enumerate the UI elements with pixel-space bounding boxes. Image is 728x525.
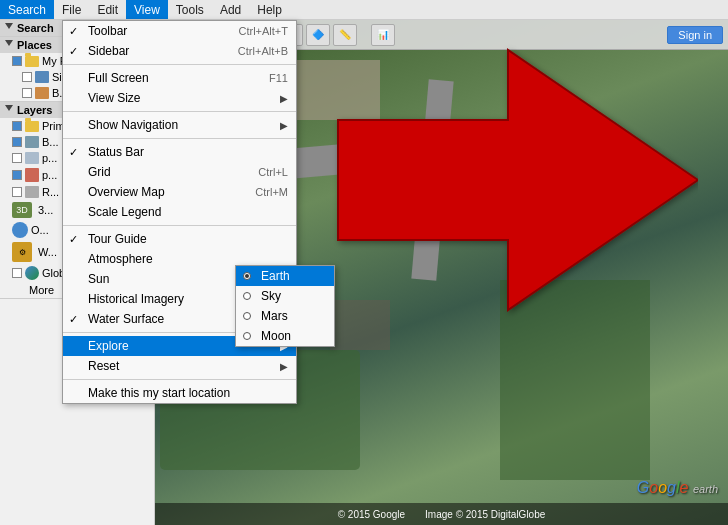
p2-icon	[25, 168, 39, 182]
menu-item-shownavigation[interactable]: Show Navigation ▶	[63, 115, 296, 135]
menu-item-startlocation[interactable]: Make this my start location	[63, 383, 296, 403]
menubar: Search File Edit View Tools Add Help	[0, 0, 728, 20]
layers-triangle-icon	[5, 105, 13, 115]
menu-tools[interactable]: Tools	[168, 0, 212, 19]
shownav-arrow-icon: ▶	[280, 120, 288, 131]
submenu-item-sky[interactable]: Sky	[236, 286, 334, 306]
prim-folder-icon	[25, 121, 39, 132]
menu-item-statusbar[interactable]: ✓ Status Bar	[63, 142, 296, 162]
r-icon	[25, 186, 39, 198]
b-checkbox[interactable]	[22, 88, 32, 98]
menu-divider-6	[63, 379, 296, 380]
menu-item-scalelegend[interactable]: Scale Legend	[63, 202, 296, 222]
menu-divider-1	[63, 64, 296, 65]
menu-help[interactable]: Help	[249, 0, 290, 19]
sky-radio-icon	[243, 292, 251, 300]
viewsize-arrow-icon: ▶	[280, 93, 288, 104]
copyright-bar: © 2015 Google Image © 2015 DigitalGlobe	[155, 503, 728, 525]
menu-add[interactable]: Add	[212, 0, 249, 19]
map-circle	[350, 200, 380, 230]
mars-radio-icon	[243, 312, 251, 320]
menu-item-grid[interactable]: Grid Ctrl+L	[63, 162, 296, 182]
b-icon	[35, 87, 49, 99]
earth-radio-icon	[243, 272, 251, 280]
si-icon	[35, 71, 49, 83]
menu-divider-3	[63, 138, 296, 139]
submenu-item-moon[interactable]: Moon	[236, 326, 334, 346]
menu-divider-2	[63, 111, 296, 112]
submenu-item-earth[interactable]: Earth	[236, 266, 334, 286]
p1-checkbox[interactable]	[12, 153, 22, 163]
menu-item-tourguide[interactable]: ✓ Tour Guide	[63, 229, 296, 249]
toolbar-polygon-btn[interactable]: 🔷	[306, 24, 330, 46]
building-patch-3	[330, 300, 390, 350]
search-triangle-icon	[5, 23, 13, 33]
r-checkbox[interactable]	[12, 187, 22, 197]
explore-submenu: Earth Sky Mars Moon	[235, 265, 335, 347]
menu-item-viewsize[interactable]: View Size ▶	[63, 88, 296, 108]
green-area-2	[500, 280, 650, 480]
b2-checkbox[interactable]	[12, 137, 22, 147]
menu-edit[interactable]: Edit	[89, 0, 126, 19]
watersurface-check-icon: ✓	[69, 313, 78, 326]
global-icon	[25, 266, 39, 280]
si-checkbox[interactable]	[22, 72, 32, 82]
toolbar-check-icon: ✓	[69, 25, 78, 38]
reset-arrow-icon: ▶	[280, 361, 288, 372]
menu-item-fullscreen[interactable]: Full Screen F11	[63, 68, 296, 88]
menu-item-overviewmap[interactable]: Overview Map Ctrl+M	[63, 182, 296, 202]
google-logo: Google earth	[637, 479, 718, 497]
myplaces-checkbox[interactable]	[12, 56, 22, 66]
menu-item-toolbar[interactable]: ✓ Toolbar Ctrl+Alt+T	[63, 21, 296, 41]
myplaces-folder-icon	[25, 56, 39, 67]
3d-icon: 3D	[12, 202, 32, 218]
menu-divider-4	[63, 225, 296, 226]
places-triangle-icon	[5, 40, 13, 50]
menu-view[interactable]: View	[126, 0, 168, 19]
p2-checkbox[interactable]	[12, 170, 22, 180]
p1-icon	[25, 152, 39, 164]
prim-checkbox[interactable]	[12, 121, 22, 131]
submenu-item-mars[interactable]: Mars	[236, 306, 334, 326]
menu-file[interactable]: File	[54, 0, 89, 19]
signin-button[interactable]: Sign in	[667, 26, 723, 44]
b2-icon	[25, 136, 39, 148]
toolbar-ruler-btn[interactable]: 📏	[333, 24, 357, 46]
moon-radio-icon	[243, 332, 251, 340]
sidebar-check-icon: ✓	[69, 45, 78, 58]
global-checkbox[interactable]	[12, 268, 22, 278]
toolbar-chart-btn[interactable]: 📊	[371, 24, 395, 46]
statusbar-check-icon: ✓	[69, 146, 78, 159]
runway-vertical	[411, 79, 453, 280]
o-icon	[12, 222, 28, 238]
menu-search[interactable]: Search	[0, 0, 54, 19]
menu-item-sidebar[interactable]: ✓ Sidebar Ctrl+Alt+B	[63, 41, 296, 61]
w-icon: ⚙	[12, 242, 32, 262]
menu-item-reset[interactable]: Reset ▶	[63, 356, 296, 376]
tourguide-check-icon: ✓	[69, 233, 78, 246]
toolbar-end: Sign in	[667, 26, 723, 44]
